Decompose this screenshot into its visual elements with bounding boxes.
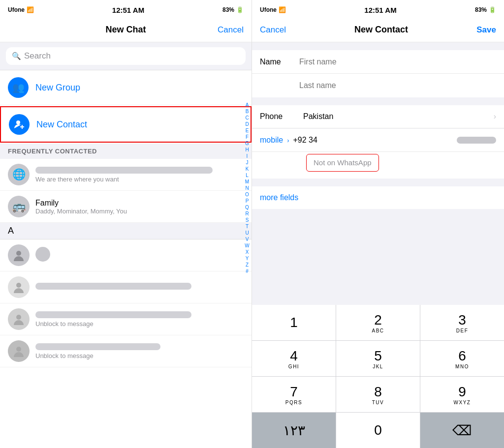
alpha-index[interactable]: ABCDEFGHIJKLMNOPQRSTUVWXYZ# [243, 98, 252, 448]
phone-number-blur [457, 137, 496, 144]
alpha-letter-S[interactable]: S [246, 217, 249, 223]
cancel-button-left[interactable]: Cancel [218, 25, 244, 35]
alpha-letter-E[interactable]: E [246, 128, 249, 134]
last-name-row: Name [252, 74, 504, 97]
alpha-letter-G[interactable]: G [245, 141, 249, 147]
num-sub-2: ABC [372, 328, 384, 333]
blur-a3 [35, 311, 191, 318]
phone-country-row[interactable]: Phone Pakistan › [252, 105, 504, 128]
num-key-3[interactable]: 3DEF [420, 305, 504, 340]
alpha-letter-N[interactable]: N [245, 185, 249, 191]
alpha-letter-#[interactable]: # [246, 269, 249, 274]
contact-a3[interactable]: Unblock to message [0, 303, 252, 335]
new-contact-item[interactable]: New Contact [0, 106, 252, 143]
search-bar[interactable]: 🔍 Search [6, 47, 246, 65]
alpha-letter-D[interactable]: D [245, 121, 249, 127]
battery-right: 83% [475, 6, 487, 13]
alpha-letter-M[interactable]: M [245, 179, 249, 185]
blur-a2 [35, 283, 191, 290]
alpha-letter-K[interactable]: K [246, 166, 249, 172]
alpha-letter-B[interactable]: B [246, 109, 249, 115]
phone-country-value: Pakistan [303, 112, 490, 121]
alpha-letter-F[interactable]: F [246, 134, 249, 140]
contact-name-blur-1 [35, 167, 213, 174]
num-key-7[interactable]: 7PQRS [252, 377, 336, 412]
search-placeholder: Search [24, 51, 51, 61]
alpha-letter-L[interactable]: L [246, 173, 249, 179]
num-digit-2: 2 [374, 312, 382, 328]
contact-a4[interactable]: Unblock to message [0, 335, 252, 367]
alpha-letter-T[interactable]: T [246, 224, 249, 230]
frequent-contact-1[interactable]: 🌐 We are there where you want [0, 159, 252, 191]
num-key-0[interactable]: 0 [336, 413, 420, 448]
num-sub-7: PQRS [285, 400, 302, 405]
mobile-section: mobile › +92 34 Not on WhatsApp [252, 129, 504, 179]
contact-info-a2 [35, 283, 244, 292]
frequent-contact-2[interactable]: 🚌 Family Daddy, Mominator, Mommy, You [0, 191, 252, 223]
avatar-frequent-1: 🌐 [8, 164, 30, 185]
save-button[interactable]: Save [476, 25, 496, 35]
num-key-1[interactable]: 1 [252, 305, 336, 340]
alpha-letter-A[interactable]: A [246, 102, 249, 108]
num-key-8[interactable]: 8TUV [336, 377, 420, 412]
alpha-letter-X[interactable]: X [246, 249, 249, 255]
numpad-grid: 12ABC3DEF4GHI5JKL6MNO7PQRS8TUV9WXYZ۱۲۳0⌫ [252, 305, 504, 448]
num-digit-7: 7 [290, 384, 298, 400]
num-digit-1: 1 [290, 315, 298, 330]
carrier-left: Ufone [8, 6, 25, 13]
more-fields-button[interactable]: more fields [252, 186, 504, 209]
contact-a2[interactable] [0, 271, 252, 303]
new-group-icon: 👥 [8, 77, 29, 98]
num-digit-4: 4 [290, 348, 298, 364]
alpha-letter-C[interactable]: C [245, 115, 249, 121]
name-label: Name [260, 58, 299, 66]
left-panel: Ufone 📶 12:51 AM 83% 🔋 New Chat Cancel 🔍… [0, 0, 252, 448]
alpha-letter-W[interactable]: W [245, 243, 249, 249]
mobile-row[interactable]: mobile › +92 34 [252, 129, 504, 152]
num-key-6[interactable]: 6MNO [420, 341, 504, 376]
wifi-icon-right: 📶 [279, 6, 286, 13]
nav-bar-right: Cancel New Contact Save [252, 18, 504, 42]
cancel-button-right[interactable]: Cancel [260, 25, 286, 35]
battery-icon-right: 🔋 [489, 6, 496, 13]
avatar-a4 [8, 340, 30, 362]
alpha-letter-O[interactable]: O [245, 192, 249, 198]
avatar-frequent-2: 🚌 [8, 196, 30, 217]
contact-info-a3: Unblock to message [35, 311, 244, 328]
alpha-letter-H[interactable]: H [245, 147, 249, 153]
alpha-letter-P[interactable]: P [246, 198, 249, 204]
num-digit-⌫: ⌫ [452, 422, 472, 439]
num-key-5[interactable]: 5JKL [336, 341, 420, 376]
num-key-9[interactable]: 9WXYZ [420, 377, 504, 412]
section-a: A [0, 223, 252, 239]
num-sub-3: DEF [456, 328, 469, 333]
phone-label: Phone [260, 112, 299, 121]
num-key-4[interactable]: 4GHI [252, 341, 336, 376]
num-key-۱۲۳[interactable]: ۱۲۳ [252, 413, 336, 448]
time-left: 12:51 AM [112, 6, 144, 14]
num-key-⌫[interactable]: ⌫ [420, 413, 504, 448]
contact-a1[interactable] [0, 239, 252, 271]
alpha-letter-J[interactable]: J [246, 160, 249, 166]
alpha-letter-Z[interactable]: Z [246, 262, 249, 268]
last-name-input[interactable] [299, 81, 496, 90]
svg-point-6 [16, 347, 21, 352]
status-right-right: 83% 🔋 [475, 6, 496, 13]
num-key-2[interactable]: 2ABC [336, 305, 420, 340]
alpha-letter-Y[interactable]: Y [246, 256, 249, 262]
alpha-letter-I[interactable]: I [247, 153, 248, 159]
new-group-item[interactable]: 👥 New Group [0, 70, 252, 105]
num-digit-3: 3 [458, 312, 466, 328]
alpha-letter-Q[interactable]: Q [245, 205, 249, 210]
first-name-input[interactable] [299, 58, 496, 66]
alpha-letter-R[interactable]: R [245, 211, 249, 217]
mobile-chevron-icon: › [287, 137, 289, 144]
name-form-section: Name Name [252, 50, 504, 97]
svg-point-3 [16, 251, 21, 256]
num-digit-0: 0 [374, 422, 382, 438]
num-digit-5: 5 [374, 348, 382, 364]
alpha-letter-U[interactable]: U [245, 230, 249, 236]
search-icon: 🔍 [12, 52, 21, 60]
alpha-letter-V[interactable]: V [246, 237, 249, 242]
not-on-whatsapp-box: Not on WhatsApp [306, 154, 379, 172]
